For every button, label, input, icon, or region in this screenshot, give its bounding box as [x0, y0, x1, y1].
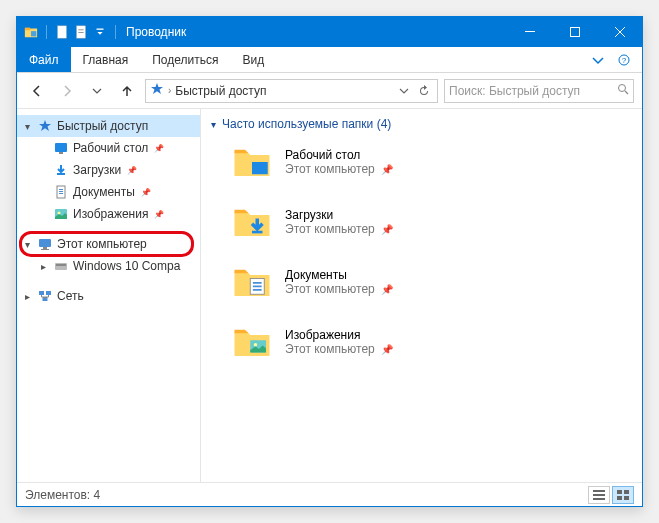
- sidebar-item-desktop[interactable]: Рабочий стол 📌: [17, 137, 200, 159]
- titlebar: Проводник: [17, 17, 642, 47]
- svg-rect-25: [56, 264, 66, 266]
- back-button[interactable]: [25, 79, 49, 103]
- svg-rect-22: [43, 247, 47, 249]
- svg-rect-2: [31, 31, 36, 36]
- svg-rect-17: [59, 191, 63, 192]
- sidebar-item-drive[interactable]: ▸ Windows 10 Compa: [17, 255, 200, 277]
- svg-rect-23: [41, 249, 49, 250]
- sidebar-item-label: Документы: [73, 185, 135, 199]
- svg-rect-33: [253, 286, 262, 288]
- forward-button[interactable]: [55, 79, 79, 103]
- computer-icon: [37, 236, 53, 252]
- search-input[interactable]: [449, 84, 613, 98]
- tab-file[interactable]: Файл: [17, 47, 71, 72]
- sidebar-item-label: Windows 10 Compa: [73, 259, 180, 273]
- maximize-button[interactable]: [552, 17, 597, 47]
- navigation-sidebar: ▾ Быстрый доступ Рабочий стол 📌: [17, 109, 201, 482]
- folder-documents-icon: [231, 261, 273, 303]
- up-button[interactable]: [115, 79, 139, 103]
- sidebar-quick-access[interactable]: ▾ Быстрый доступ: [17, 115, 200, 137]
- sidebar-item-downloads[interactable]: Загрузки 📌: [17, 159, 200, 181]
- sidebar-item-label: Сеть: [57, 289, 84, 303]
- help-icon[interactable]: ?: [614, 50, 634, 70]
- address-row: › Быстрый доступ: [17, 73, 642, 109]
- pin-icon: 📌: [381, 284, 393, 295]
- folder-name: Изображения: [285, 328, 393, 342]
- new-doc-icon[interactable]: [54, 24, 70, 40]
- section-title: Часто используемые папки (4): [222, 117, 391, 131]
- chevron-down-icon[interactable]: ▾: [21, 239, 33, 250]
- star-icon: [37, 118, 53, 134]
- sidebar-network[interactable]: ▸ Сеть: [17, 285, 200, 307]
- properties-icon[interactable]: [73, 24, 89, 40]
- section-frequent-folders[interactable]: ▾ Часто используемые папки (4): [211, 117, 632, 131]
- svg-rect-8: [525, 31, 535, 32]
- window-controls: [507, 17, 642, 47]
- chevron-right-icon[interactable]: ▸: [21, 291, 33, 302]
- svg-rect-7: [97, 29, 104, 30]
- sidebar-item-label: Рабочий стол: [73, 141, 148, 155]
- folder-location: Этот компьютер: [285, 282, 375, 296]
- svg-rect-9: [570, 28, 579, 37]
- folder-downloads-icon: [231, 201, 273, 243]
- close-button[interactable]: [597, 17, 642, 47]
- view-details-button[interactable]: [588, 486, 610, 504]
- svg-rect-40: [617, 490, 622, 494]
- svg-rect-38: [593, 494, 605, 496]
- drive-icon: [53, 258, 69, 274]
- qat-dropdown-icon[interactable]: [92, 24, 108, 40]
- svg-rect-14: [59, 152, 63, 154]
- sidebar-item-label: Загрузки: [73, 163, 121, 177]
- svg-rect-26: [39, 291, 44, 295]
- chevron-right-icon[interactable]: ▸: [37, 261, 49, 272]
- ribbon-expand-icon[interactable]: [588, 50, 608, 70]
- content-pane: ▾ Часто используемые папки (4) Рабочий с…: [201, 109, 642, 482]
- svg-rect-16: [59, 189, 63, 190]
- svg-point-12: [619, 85, 626, 92]
- folder-item-desktop[interactable]: Рабочий стол Этот компьютер📌: [231, 141, 632, 183]
- window-title: Проводник: [126, 25, 186, 39]
- tab-view[interactable]: Вид: [230, 47, 276, 72]
- folder-item-pictures[interactable]: Изображения Этот компьютер📌: [231, 321, 632, 363]
- sidebar-item-label: Быстрый доступ: [57, 119, 148, 133]
- quick-access-star-icon: [150, 82, 164, 99]
- search-icon[interactable]: [617, 83, 629, 98]
- sidebar-item-label: Этот компьютер: [57, 237, 147, 251]
- sidebar-this-pc[interactable]: ▾ Этот компьютер: [17, 233, 200, 255]
- recent-dropdown-icon[interactable]: [85, 79, 109, 103]
- search-box[interactable]: [444, 79, 634, 103]
- documents-icon: [53, 184, 69, 200]
- refresh-icon[interactable]: [415, 82, 433, 100]
- folder-item-downloads[interactable]: Загрузки Этот компьютер📌: [231, 201, 632, 243]
- breadcrumb-chevron-icon[interactable]: ›: [168, 85, 171, 96]
- titlebar-quick-icons: [17, 24, 120, 40]
- address-bar[interactable]: › Быстрый доступ: [145, 79, 438, 103]
- svg-rect-27: [46, 291, 51, 295]
- pin-icon: 📌: [381, 224, 393, 235]
- status-item-count: Элементов: 4: [25, 488, 100, 502]
- address-dropdown-icon[interactable]: [395, 82, 413, 100]
- pictures-icon: [53, 206, 69, 222]
- ribbon-tabs: Файл Главная Поделиться Вид ?: [17, 47, 642, 73]
- folder-location: Этот компьютер: [285, 162, 375, 176]
- svg-rect-37: [593, 490, 605, 492]
- chevron-down-icon[interactable]: ▾: [21, 121, 33, 132]
- folder-item-documents[interactable]: Документы Этот компьютер📌: [231, 261, 632, 303]
- tab-home[interactable]: Главная: [71, 47, 141, 72]
- sidebar-item-documents[interactable]: Документы 📌: [17, 181, 200, 203]
- svg-rect-5: [78, 29, 83, 30]
- minimize-button[interactable]: [507, 17, 552, 47]
- downloads-icon: [53, 162, 69, 178]
- svg-rect-21: [39, 239, 51, 247]
- chevron-down-icon[interactable]: ▾: [211, 119, 216, 130]
- explorer-window: Проводник Файл Главная Поделиться Вид ?: [16, 16, 643, 507]
- svg-text:?: ?: [622, 56, 627, 65]
- status-bar: Элементов: 4: [17, 482, 642, 506]
- tab-share[interactable]: Поделиться: [140, 47, 230, 72]
- svg-rect-39: [593, 498, 605, 500]
- sidebar-item-pictures[interactable]: Изображения 📌: [17, 203, 200, 225]
- svg-rect-13: [55, 143, 67, 152]
- pin-icon: 📌: [154, 144, 164, 153]
- svg-rect-32: [253, 282, 262, 284]
- view-icons-button[interactable]: [612, 486, 634, 504]
